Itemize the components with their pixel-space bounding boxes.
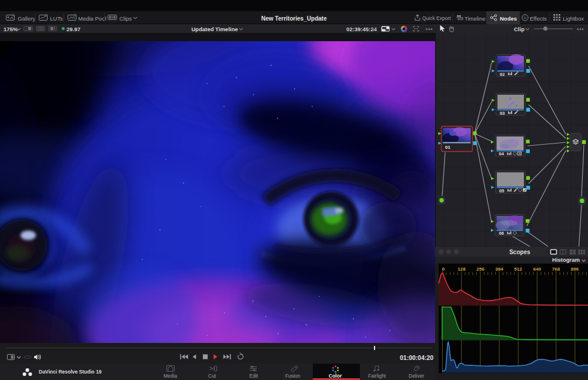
svg-text:fx: fx [524, 16, 527, 19]
svg-text:640: 640 [533, 266, 542, 272]
svg-text:05: 05 [499, 188, 504, 194]
svg-text:128: 128 [457, 266, 466, 272]
svg-text:Scopes: Scopes [509, 249, 530, 255]
svg-text:768: 768 [552, 266, 560, 272]
svg-text:256: 256 [476, 266, 485, 272]
svg-text:0: 0 [442, 266, 445, 272]
svg-text:Histogram: Histogram [552, 256, 580, 263]
svg-text:384: 384 [495, 266, 503, 272]
svg-text:02: 02 [500, 72, 505, 77]
svg-text:512: 512 [514, 266, 522, 272]
svg-text:04: 04 [499, 151, 505, 156]
svg-text:03: 03 [500, 111, 505, 116]
svg-text:06: 06 [499, 231, 504, 236]
svg-text:896: 896 [571, 266, 579, 272]
svg-text:01: 01 [445, 145, 450, 150]
